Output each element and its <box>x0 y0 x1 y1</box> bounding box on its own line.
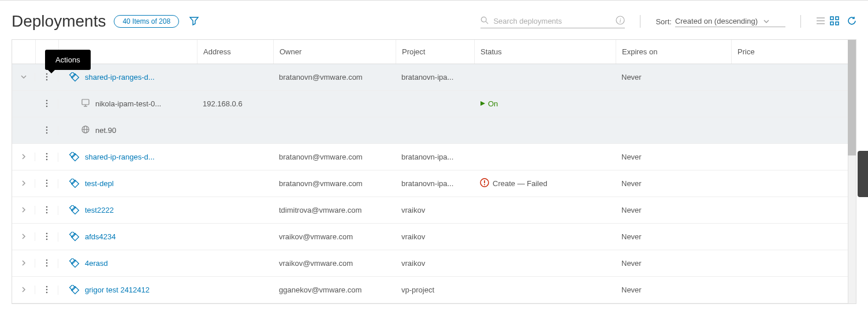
search-input-wrap[interactable]: i <box>480 14 625 28</box>
actions-menu-button[interactable] <box>46 232 48 242</box>
project-cell: vraikov <box>396 232 474 241</box>
owner-cell: bratanovn@vmware.com <box>273 153 396 161</box>
table-header: Address Owner Project Status Expires on … <box>12 40 856 64</box>
svg-point-17 <box>46 102 47 104</box>
table-child-row[interactable]: net.90 <box>12 117 856 144</box>
svg-point-16 <box>46 99 47 101</box>
deployment-name-link[interactable]: grigor test 2412412 <box>85 286 150 294</box>
deployment-icon <box>70 285 80 295</box>
actions-menu-button[interactable] <box>46 179 48 188</box>
svg-point-53 <box>46 265 47 266</box>
list-view-icon[interactable] <box>816 16 825 27</box>
actions-menu-button[interactable] <box>46 99 48 109</box>
actions-menu-button[interactable] <box>46 206 48 215</box>
sort-dropdown[interactable]: Created on (descending) <box>675 16 785 27</box>
chevron-right-icon[interactable] <box>20 232 27 241</box>
col-owner[interactable]: Owner <box>273 40 396 64</box>
deployment-icon <box>70 152 80 162</box>
owner-cell: gganekov@vmware.com <box>273 286 396 294</box>
owner-cell: bratanovn@vmware.com <box>273 179 396 188</box>
deployment-icon <box>70 179 80 189</box>
table-row[interactable]: test-depl bratanovn@vmware.com bratanovn… <box>12 171 856 197</box>
col-price[interactable]: Price <box>731 40 856 64</box>
table-row[interactable]: shared-ip-ranges-d... bratanovn@vmware.c… <box>12 64 856 91</box>
expires-cell: Never <box>616 286 731 294</box>
actions-menu-button[interactable] <box>46 73 48 82</box>
svg-point-52 <box>46 262 47 264</box>
deployment-name-link[interactable]: afds4234 <box>85 232 116 241</box>
owner-cell: bratanovn@vmware.com <box>273 73 396 81</box>
svg-point-58 <box>46 291 47 293</box>
svg-point-57 <box>46 288 47 290</box>
item-count-pill: 40 Items of 208 <box>114 15 179 28</box>
table-row[interactable]: afds4234 vraikov@vmware.com vraikov Neve… <box>12 224 856 250</box>
table-row[interactable]: shared-ip-ranges-d... bratanovn@vmware.c… <box>12 144 856 171</box>
col-project[interactable]: Project <box>396 40 474 64</box>
chevron-right-icon[interactable] <box>20 286 27 294</box>
resource-name[interactable]: net.90 <box>95 126 116 135</box>
deployment-name-link[interactable]: test2222 <box>85 206 114 214</box>
search-icon <box>480 16 489 26</box>
svg-point-29 <box>46 155 47 157</box>
svg-point-13 <box>46 79 47 80</box>
info-icon[interactable]: i <box>616 16 625 27</box>
chevron-right-icon[interactable] <box>20 179 27 188</box>
deployment-icon <box>70 72 80 83</box>
svg-point-43 <box>46 212 47 213</box>
actions-menu-button[interactable] <box>46 259 48 268</box>
actions-menu-button[interactable] <box>46 286 48 295</box>
filter-icon[interactable] <box>189 16 199 27</box>
svg-point-30 <box>46 158 47 160</box>
svg-text:i: i <box>620 17 621 24</box>
table-row[interactable]: grigor test 2412412 gganekov@vmware.com … <box>12 277 856 303</box>
deployment-name-link[interactable]: 4erasd <box>85 259 108 268</box>
vm-icon <box>81 99 90 109</box>
actions-tooltip: Actions <box>45 50 91 70</box>
deployment-icon <box>70 232 80 242</box>
deployments-table: Address Owner Project Status Expires on … <box>12 39 856 304</box>
scrollbar-thumb[interactable] <box>848 40 856 155</box>
expires-cell: Never <box>616 232 731 241</box>
chevron-down-icon[interactable] <box>20 73 27 81</box>
svg-point-34 <box>46 182 47 184</box>
refresh-icon[interactable] <box>847 16 856 27</box>
grid-view-icon[interactable] <box>830 16 839 27</box>
chevron-right-icon[interactable] <box>20 153 27 161</box>
chevron-right-icon[interactable] <box>20 259 27 268</box>
svg-point-42 <box>46 209 47 210</box>
table-child-row[interactable]: nikola-ipam-test-0... 192.168.0.6 On <box>12 91 856 117</box>
deployment-name-link[interactable]: test-depl <box>85 179 114 188</box>
svg-rect-10 <box>836 22 839 25</box>
resource-name[interactable]: nikola-ipam-test-0... <box>95 99 161 108</box>
expires-cell: Never <box>616 73 731 81</box>
svg-rect-7 <box>830 17 833 20</box>
svg-point-56 <box>46 286 47 287</box>
chevron-right-icon[interactable] <box>20 206 27 214</box>
actions-menu-button[interactable] <box>46 153 48 162</box>
search-input[interactable] <box>493 17 611 25</box>
address-cell: 192.168.0.6 <box>197 99 273 108</box>
svg-rect-8 <box>836 17 839 20</box>
owner-cell: tdimitrova@vmware.com <box>273 206 396 214</box>
deployment-name-link[interactable]: shared-ip-ranges-d... <box>85 73 155 81</box>
divider <box>640 15 640 28</box>
expires-cell: Never <box>616 259 731 268</box>
network-icon <box>81 125 90 135</box>
side-drawer-tab[interactable] <box>858 151 868 197</box>
col-expires[interactable]: Expires on <box>616 40 731 64</box>
col-address[interactable]: Address <box>197 40 273 64</box>
actions-menu-button[interactable] <box>46 126 48 135</box>
svg-point-51 <box>46 259 47 261</box>
svg-point-40 <box>484 184 485 186</box>
table-row[interactable]: test2222 tdimitrova@vmware.com vraikov N… <box>12 197 856 224</box>
project-cell: bratanovn-ipa... <box>396 153 474 161</box>
deployment-icon <box>70 205 80 216</box>
deployment-icon <box>70 258 80 269</box>
svg-point-41 <box>46 206 47 207</box>
table-row[interactable]: 4erasd vraikov@vmware.com vraikov Never <box>12 250 856 277</box>
deployment-name-link[interactable]: shared-ip-ranges-d... <box>85 153 155 161</box>
scrollbar-track[interactable] <box>848 40 856 303</box>
expires-cell: Never <box>616 206 731 214</box>
svg-point-23 <box>46 129 47 131</box>
col-status[interactable]: Status <box>474 40 616 64</box>
